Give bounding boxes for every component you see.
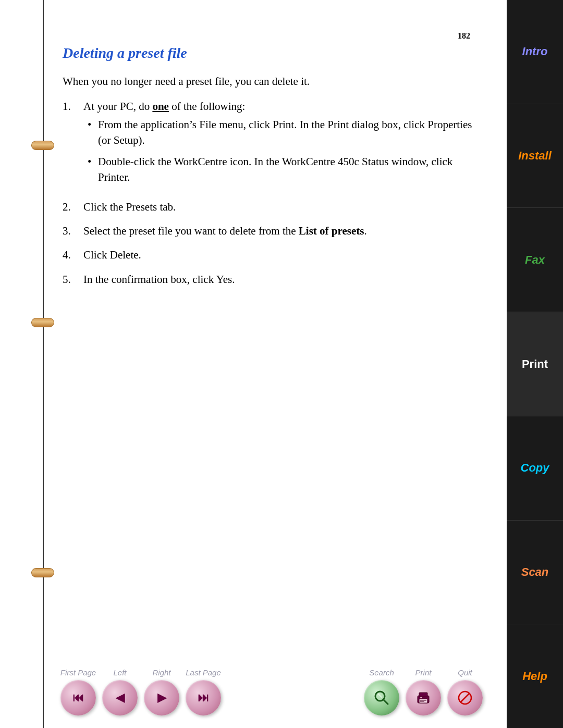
step-2-num: 2. xyxy=(63,199,77,215)
last-page-button[interactable]: ⏭ xyxy=(186,680,221,715)
step-4-content: Click Delete. xyxy=(83,247,475,263)
step-1-bullets: From the application’s File menu, click … xyxy=(83,117,475,186)
svg-line-2 xyxy=(378,694,382,697)
label-last-page: Last Page xyxy=(182,668,224,677)
sidebar-tab-help[interactable]: Help xyxy=(507,624,563,728)
quit-icon xyxy=(456,688,474,707)
step-1-content: At your PC, do one of the following: Fro… xyxy=(83,98,475,190)
action-nav-buttons xyxy=(361,680,486,715)
step-1-bold: one xyxy=(152,100,169,113)
label-quit: Quit xyxy=(444,668,486,677)
page-nav-group: First Page Left Right Last Page ⏮ ◀ ▶ ⏭ xyxy=(57,668,224,715)
step-1: 1. At your PC, do one of the following: … xyxy=(63,98,475,190)
step-5-num: 5. xyxy=(63,272,77,287)
step-1-text-after: of the following: xyxy=(169,100,245,113)
print-icon xyxy=(414,688,433,707)
sidebar-tab-install-label: Install xyxy=(518,149,552,163)
sidebar-tab-install[interactable]: Install xyxy=(507,104,563,208)
page-title: Deleting a preset file xyxy=(63,45,475,61)
page-nav-labels: First Page Left Right Last Page xyxy=(57,668,224,677)
label-left: Left xyxy=(99,668,141,677)
svg-line-1 xyxy=(384,700,388,704)
label-right: Right xyxy=(141,668,182,677)
step-1-text-before: At your PC, do xyxy=(83,100,152,113)
label-first-page: First Page xyxy=(57,668,99,677)
sidebar-tab-help-label: Help xyxy=(522,670,547,683)
sidebar-tab-fax[interactable]: Fax xyxy=(507,208,563,312)
sidebar-tab-fax-label: Fax xyxy=(525,253,545,267)
step-4: 4. Click Delete. xyxy=(63,247,475,263)
sidebar-tab-scan-label: Scan xyxy=(521,565,549,579)
step-3: 3. Select the preset file you want to de… xyxy=(63,223,475,239)
bullet-1-1: From the application’s File menu, click … xyxy=(83,117,475,149)
main-content: 182 Deleting a preset file When you no l… xyxy=(0,0,507,728)
step-3-text-after: . xyxy=(364,225,366,237)
sidebar-tab-intro[interactable]: Intro xyxy=(507,0,563,104)
label-search: Search xyxy=(361,668,402,677)
action-nav-labels: Search Print Quit xyxy=(361,668,486,677)
step-1-num: 1. xyxy=(63,98,77,190)
step-3-text-before: Select the preset file you want to delet… xyxy=(83,225,299,237)
sidebar-tab-print[interactable]: Print xyxy=(507,312,563,416)
search-icon xyxy=(372,688,391,707)
step-3-content: Select the preset file you want to delet… xyxy=(83,223,475,239)
step-2-content: Click the Presets tab. xyxy=(83,199,475,215)
sidebar-tab-print-label: Print xyxy=(522,357,548,371)
sidebar-tab-intro-label: Intro xyxy=(522,45,548,58)
sidebar-tab-copy[interactable]: Copy xyxy=(507,416,563,521)
action-nav-group: Search Print Quit xyxy=(361,668,486,715)
quit-button[interactable] xyxy=(447,680,483,715)
nav-bar: First Page Left Right Last Page ⏮ ◀ ▶ ⏭ … xyxy=(0,637,507,728)
sidebar: Intro Install Fax Print Copy Scan Help xyxy=(507,0,563,728)
intro-text: When you no longer need a preset file, y… xyxy=(63,74,475,89)
step-5: 5. In the confirmation box, click Yes. xyxy=(63,272,475,287)
search-button[interactable] xyxy=(364,680,399,715)
step-4-num: 4. xyxy=(63,247,77,263)
step-2-text: Click the Presets tab. xyxy=(83,201,176,213)
sidebar-tab-copy-label: Copy xyxy=(521,461,549,475)
svg-line-10 xyxy=(461,694,469,702)
label-print: Print xyxy=(402,668,444,677)
print-button[interactable] xyxy=(406,680,441,715)
svg-rect-4 xyxy=(419,693,427,697)
step-2: 2. Click the Presets tab. xyxy=(63,199,475,215)
page-nav-buttons: ⏮ ◀ ▶ ⏭ xyxy=(57,680,224,715)
page-number: 182 xyxy=(63,31,475,41)
step-5-content: In the confirmation box, click Yes. xyxy=(83,272,475,287)
step-5-text: In the confirmation box, click Yes. xyxy=(83,273,235,286)
first-page-button[interactable]: ⏮ xyxy=(60,680,96,715)
step-3-num: 3. xyxy=(63,223,77,239)
step-3-bold: List of presets xyxy=(299,225,364,237)
steps-list: 1. At your PC, do one of the following: … xyxy=(63,98,475,287)
svg-rect-6 xyxy=(420,697,422,698)
left-button[interactable]: ◀ xyxy=(102,680,138,715)
bullet-1-2: Double-click the WorkCentre icon. In the… xyxy=(83,154,475,186)
right-button[interactable]: ▶ xyxy=(144,680,179,715)
svg-rect-5 xyxy=(419,699,427,703)
step-4-text: Click Delete. xyxy=(83,249,141,261)
sidebar-tab-scan[interactable]: Scan xyxy=(507,521,563,625)
